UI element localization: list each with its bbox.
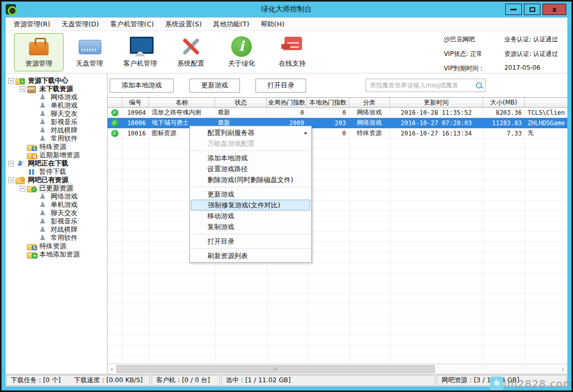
header-updated[interactable]: 更新时间 (390, 98, 483, 107)
maximize-button[interactable] (524, 4, 540, 15)
table-row[interactable]: 10016 图标资源 0 特殊资源 2016-10-27 16:13:34 7.… (108, 128, 567, 139)
context-menu-item[interactable]: 添加本地游戏 (190, 153, 311, 163)
tree-item[interactable]: 特殊资源 (6, 143, 107, 151)
toolbar-button[interactable]: 系统配置 (166, 33, 216, 71)
menu-item[interactable]: 帮助(H) (255, 18, 290, 31)
tree-item[interactable]: 影视音乐 (6, 217, 107, 225)
account-info: 沙巴克网吧VIP状态: 正常VIP到期时间： 业务认证: 认证通过资源认证: 认… (444, 35, 558, 73)
header-category[interactable]: 分类 (349, 98, 390, 107)
header-status[interactable]: 状态 (215, 98, 267, 107)
toolbar-button[interactable]: 关于绿化 (217, 33, 266, 71)
expander-icon[interactable]: − (8, 161, 14, 167)
scrollbar-thumb[interactable] (116, 365, 435, 373)
context-menu-item[interactable]: 万能盘游戏配置 (190, 138, 311, 149)
tree-item[interactable]: 常用软件 (6, 234, 107, 242)
tree-item[interactable]: 聊天交友 (6, 209, 107, 217)
context-menu-item[interactable]: 更新游戏 (190, 189, 311, 200)
tree-node-icon (38, 94, 48, 101)
update-game-button[interactable]: 更新游戏 (189, 79, 240, 93)
menu-item[interactable]: 资源管理(R) (8, 18, 56, 31)
add-local-game-button[interactable]: 添加本地游戏 (110, 79, 174, 93)
tree-node-icon (27, 168, 36, 175)
menu-item[interactable]: 其他功能(T) (207, 18, 255, 31)
submenu-arrow-icon: ▸ (305, 127, 307, 138)
search-input[interactable] (366, 79, 485, 92)
header-path[interactable] (525, 98, 567, 107)
scroll-right-arrow-icon[interactable]: › (559, 364, 567, 374)
tree-item[interactable]: − 网吧已有资源 (6, 176, 107, 184)
tree-item[interactable]: 常用软件 (6, 134, 107, 143)
tree-item[interactable]: 近期新增资源 (6, 151, 107, 159)
context-menu-item[interactable]: 设置游戏路径 (190, 163, 311, 174)
context-menu-item[interactable]: 强制修复游戏(文件对比) (191, 200, 310, 210)
scrollbar-track[interactable] (116, 364, 559, 374)
search-icon[interactable] (475, 82, 482, 89)
tree-item[interactable]: − 资源下载中心 (6, 77, 107, 85)
context-menu-item[interactable]: 复制游戏 (190, 221, 311, 232)
toolbar-button[interactable]: 资源管理 (14, 33, 64, 71)
status-clients: 客户机 : [0 / 0 台] (152, 375, 220, 386)
expander-icon[interactable]: − (8, 78, 14, 84)
toolbar-button[interactable]: 无盘管理 (65, 33, 114, 71)
table-row[interactable]: 10006 地下城与勇士 最新 2009 203 网络游戏 2016-10-27… (108, 118, 567, 128)
tree-node-icon (38, 234, 48, 242)
context-menu-item[interactable]: 移动游戏 (190, 210, 311, 221)
context-menu-item[interactable] (190, 150, 311, 151)
tree-item[interactable]: 对战棋牌 (6, 126, 107, 134)
menu-item[interactable]: 客户机管理(C) (104, 18, 159, 31)
action-bar: 添加本地游戏 更新游戏 打开目录 (108, 73, 567, 97)
scroll-left-arrow-icon[interactable]: ‹ (108, 364, 116, 374)
expander-icon[interactable]: − (8, 177, 14, 183)
open-directory-button[interactable]: 打开目录 (255, 79, 306, 93)
context-menu-item[interactable] (190, 234, 311, 234)
tree-node-icon (38, 118, 48, 126)
header-id[interactable]: 编号 (122, 98, 149, 107)
close-button[interactable]: x (542, 4, 566, 15)
toolbar: 资源管理 无盘管理 客户机管理 系统配置 关于绿化 在线支持 (6, 31, 567, 73)
toolbar-button[interactable]: 客户机管理 (115, 33, 165, 71)
watermark: ❄ im2828.com (490, 376, 573, 390)
tree-item[interactable]: 聊天交友 (6, 110, 107, 118)
tree-item[interactable]: − 已更新资源 (6, 184, 107, 192)
header-size[interactable]: 大小(MB) (483, 98, 525, 107)
watermark-text: im2828.com (504, 378, 573, 390)
tree-item[interactable]: − 网吧正在下载 (6, 159, 107, 168)
tree-item[interactable]: 单机游戏 (6, 101, 107, 110)
context-menu-item[interactable]: 配置到副服务器 ▸ (190, 127, 311, 138)
toolbar-icon (230, 36, 253, 57)
tree-node-icon (38, 102, 48, 109)
tree-item[interactable]: 暂停下载 (6, 168, 107, 176)
ok-icon (111, 130, 118, 137)
tree-item[interactable]: − 未下载资源 (6, 85, 107, 93)
tree-item[interactable]: 单机游戏 (6, 201, 107, 209)
toolbar-button[interactable]: 在线支持 (267, 33, 317, 71)
context-menu-item[interactable] (190, 248, 311, 249)
tree-item[interactable]: 本地添加资源 (6, 250, 107, 259)
tree-item[interactable]: 网络游戏 (6, 192, 107, 201)
tree-node-icon (38, 218, 48, 225)
minimize-icon (510, 9, 517, 10)
context-menu-item[interactable]: 打开目录 (190, 236, 311, 247)
menu-item[interactable]: 系统设置(S) (160, 18, 207, 31)
tree-node-icon (16, 77, 25, 84)
expander-icon[interactable]: − (20, 186, 25, 191)
context-menu-item[interactable] (190, 187, 311, 187)
header-name[interactable]: 名称 (149, 98, 215, 107)
title-bar: 绿化大师控制台 x (2, 2, 571, 17)
header-global-index[interactable]: 全局热门指数 (267, 98, 307, 107)
tree-item[interactable]: 影视音乐 (6, 118, 107, 126)
tree-node-icon (16, 160, 25, 167)
minimize-button[interactable] (505, 4, 522, 15)
tree-item[interactable]: 特殊资源 (6, 242, 107, 250)
menu-item[interactable]: 无盘管理(D) (56, 18, 104, 31)
table-row[interactable]: 10904 流放之路夺魂内测 最新 0 0 网络游戏 2016-10-28 11… (108, 108, 567, 118)
tree-item[interactable]: 对战棋牌 (6, 225, 107, 234)
horizontal-scrollbar[interactable]: ‹ › (108, 364, 567, 374)
context-menu-item[interactable]: 刷新资源列表 (190, 250, 311, 261)
expander-icon[interactable]: − (20, 86, 25, 92)
toolbar-icon (27, 36, 51, 57)
header-local-index[interactable]: 本地热门指数 (307, 98, 349, 107)
header-check[interactable] (108, 98, 122, 107)
context-menu-item[interactable]: 删除游戏(同时删除磁盘文件) (190, 174, 311, 185)
tree-item[interactable]: 网络游戏 (6, 93, 107, 101)
